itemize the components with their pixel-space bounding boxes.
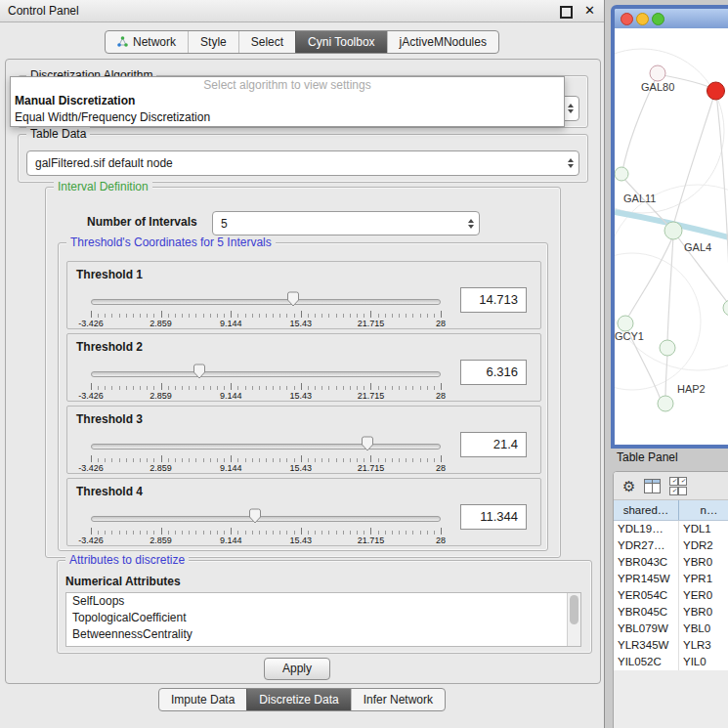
table-row[interactable]: YLR345WYLR3 xyxy=(614,637,728,654)
threshold-label: Threshold 1 xyxy=(76,268,143,281)
table-data-select[interactable]: galFiltered.sif default node xyxy=(26,150,579,176)
tab-impute-data[interactable]: Impute Data xyxy=(159,689,246,710)
list-item[interactable]: SelfLoops xyxy=(66,593,580,610)
control-panel-titlebar: Control Panel ✕ xyxy=(0,0,604,22)
node-gal80[interactable] xyxy=(650,65,665,81)
tab-label: Network xyxy=(133,35,176,49)
window-title: Control Panel xyxy=(8,4,79,18)
table-body: YDL19…YDL1 YDR27…YDR2 YBR043CYBR0 YPR145… xyxy=(614,521,728,670)
threshold-panel: Threshold 3 -3.426 2.859 9.144 xyxy=(66,406,541,474)
threshold-slider[interactable]: -3.426 2.859 9.144 15.43 21.715 28 xyxy=(91,436,441,473)
list-item[interactable]: TopologicalCoefficient xyxy=(66,610,580,626)
node-gal4[interactable] xyxy=(664,222,682,239)
zoom-button[interactable] xyxy=(652,13,664,25)
dropdown-option-manual[interactable]: Manual Discretization xyxy=(11,93,564,109)
node-red-selected[interactable] xyxy=(707,82,725,100)
tab-style[interactable]: Style xyxy=(188,31,238,53)
numerical-attributes-list[interactable]: SelfLoops TopologicalCoefficient Between… xyxy=(65,592,581,647)
minimize-button[interactable] xyxy=(636,13,649,25)
slider-ticks xyxy=(91,383,441,390)
node-gal11[interactable] xyxy=(615,167,628,181)
cell: YDR27… xyxy=(614,537,679,554)
dropdown-placeholder: Select algorithm to view settings xyxy=(11,77,564,93)
node-edge-cut[interactable] xyxy=(723,300,728,316)
threshold-panel: Threshold 2 -3.426 2.859 9.144 xyxy=(66,333,541,402)
node-label: GAL80 xyxy=(641,81,674,93)
close-button[interactable] xyxy=(621,13,633,25)
threshold-value-field[interactable]: 21.4 xyxy=(460,432,527,457)
tab-discretize-data[interactable]: Discretize Data xyxy=(246,689,350,710)
table-row[interactable]: YDL19…YDL1 xyxy=(614,521,728,537)
tab-label: Discretize Data xyxy=(259,693,338,707)
threshold-slider[interactable]: -3.426 2.859 9.144 15.43 21.715 28 xyxy=(91,291,441,328)
dropdown-option-equal-width[interactable]: Equal Width/Frequency Discretization xyxy=(11,109,564,126)
table-row[interactable]: YBR043CYBR0 xyxy=(614,554,728,571)
thresholds-group: Threshold's Coordinates for 5 Intervals … xyxy=(58,242,548,551)
node-hap2[interactable] xyxy=(658,396,673,411)
threshold-slider[interactable]: -3.426 2.859 9.144 15.43 21.715 28 xyxy=(91,364,441,401)
close-icon[interactable]: ✕ xyxy=(584,3,595,18)
slider-thumb[interactable] xyxy=(360,436,374,452)
slider-thumb[interactable] xyxy=(285,291,300,308)
table-panel-title: Table Panel xyxy=(617,450,678,464)
slider-track[interactable] xyxy=(91,516,441,522)
network-tab-icon xyxy=(117,36,128,48)
slider-track[interactable] xyxy=(91,299,441,305)
slider-track[interactable] xyxy=(91,371,441,377)
slider-thumb[interactable] xyxy=(192,364,206,380)
combo-value: 5 xyxy=(221,212,459,235)
threshold-slider[interactable]: -3.426 2.859 9.144 15.43 21.715 28 xyxy=(91,508,441,545)
column-filter-icons[interactable] xyxy=(669,477,686,495)
cell: YDL19… xyxy=(614,521,679,537)
tab-jactivemnodules[interactable]: jActiveMNodules xyxy=(387,31,498,53)
tab-infer-network[interactable]: Infer Network xyxy=(351,689,445,710)
scrollbar-thumb[interactable] xyxy=(570,595,578,624)
attributes-group: Attributes to discretize Numerical Attri… xyxy=(57,560,592,654)
numerical-attributes-label: Numerical Attributes xyxy=(65,575,181,588)
slider-thumb[interactable] xyxy=(248,508,263,525)
cell: YPR1 xyxy=(679,571,728,587)
columns-icon[interactable] xyxy=(644,479,661,493)
tab-network[interactable]: Network xyxy=(106,31,188,53)
table-row[interactable]: YIL052CYIL0 xyxy=(614,654,728,670)
threshold-panel: Threshold 4 -3.426 2.859 9.144 xyxy=(66,478,541,546)
float-window-icon[interactable] xyxy=(560,6,573,19)
table-data-group: Table Data galFiltered.sif default node xyxy=(18,134,588,183)
threshold-label: Threshold 4 xyxy=(76,485,143,498)
node-unlabeled[interactable] xyxy=(660,340,675,356)
slider-scale: -3.426 2.859 9.144 15.43 21.715 28 xyxy=(91,319,441,328)
cell: YBR045C xyxy=(614,604,679,621)
interval-count-select[interactable]: 5 xyxy=(212,211,480,236)
node-gcy1[interactable] xyxy=(618,316,633,331)
cell: YLR345W xyxy=(614,637,679,654)
attributes-scrollbar[interactable] xyxy=(567,593,580,646)
threshold-value-field[interactable]: 11.344 xyxy=(460,504,527,530)
table-row[interactable]: YPR145WYPR1 xyxy=(614,571,728,587)
gear-icon[interactable]: ⚙ xyxy=(622,479,635,493)
slider-ticks xyxy=(91,311,441,318)
table-row[interactable]: YDR27…YDR2 xyxy=(614,537,728,554)
apply-button[interactable]: Apply xyxy=(264,658,330,680)
column-header-shared-name[interactable]: shared… xyxy=(614,500,679,520)
tab-label: Style xyxy=(200,35,227,49)
control-panel-window: Control Panel ✕ Network Style Select Cyn… xyxy=(0,0,605,728)
combo-arrows-icon xyxy=(568,104,574,113)
node-label: HAP2 xyxy=(677,383,706,395)
threshold-panel: Threshold 1 -3.426 2.859 9.144 xyxy=(66,261,541,329)
column-header-name[interactable]: n… xyxy=(679,500,728,520)
table-row[interactable]: YBL079WYBL0 xyxy=(614,621,728,637)
table-row[interactable]: YER054CYER0 xyxy=(614,587,728,604)
tab-cyni-toolbox[interactable]: Cyni Toolbox xyxy=(295,31,386,53)
threshold-value-field[interactable]: 14.713 xyxy=(460,287,527,313)
network-canvas[interactable]: GAL80 GAL11 GAL4 GCY1 HAP2 xyxy=(615,28,728,445)
table-panel-window: ⚙ shared… n… YDL19…YDL1 YDR27…YDR2 YBR04… xyxy=(613,471,728,728)
table-header: shared… n… xyxy=(614,500,728,521)
cell: YLR3 xyxy=(679,637,728,654)
threshold-value-field[interactable]: 6.316 xyxy=(460,360,527,385)
list-item[interactable]: BetweennessCentrality xyxy=(66,626,580,643)
node-label: GAL4 xyxy=(684,241,711,253)
table-row[interactable]: YBR045CYBR0 xyxy=(614,604,728,621)
network-window-titlebar xyxy=(615,9,728,28)
tab-select[interactable]: Select xyxy=(238,31,295,53)
slider-track[interactable] xyxy=(91,444,441,450)
